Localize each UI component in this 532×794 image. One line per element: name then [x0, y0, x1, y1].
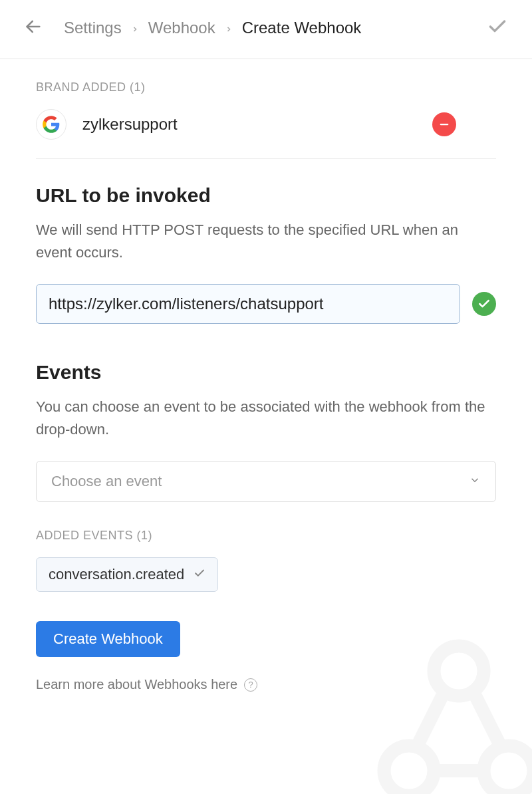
check-icon: [194, 566, 205, 583]
breadcrumb-settings[interactable]: Settings: [64, 19, 122, 37]
url-section-title: URL to be invoked: [36, 184, 496, 207]
event-select-placeholder: Choose an event: [51, 473, 162, 490]
learn-more-link[interactable]: Learn more about Webhooks here ?: [36, 677, 496, 692]
breadcrumb-webhook[interactable]: Webhook: [148, 19, 215, 37]
event-select-dropdown[interactable]: Choose an event: [36, 461, 496, 502]
chevron-right-icon: [131, 19, 139, 37]
added-events-label: ADDED EVENTS (1): [36, 529, 496, 543]
save-button[interactable]: [487, 16, 508, 40]
event-tag[interactable]: conversation.created: [36, 557, 218, 592]
brand-name: zylkersupport: [82, 115, 432, 134]
url-valid-indicator: [472, 292, 496, 316]
check-icon: [477, 297, 491, 311]
help-icon: ?: [244, 678, 257, 692]
breadcrumb-current: Create Webhook: [242, 19, 362, 37]
remove-brand-button[interactable]: [432, 112, 456, 136]
create-webhook-button[interactable]: Create Webhook: [36, 621, 180, 657]
events-section-description: You can choose an event to be associated…: [36, 396, 496, 441]
google-icon: [42, 115, 61, 134]
brand-row: zylkersupport: [36, 109, 496, 159]
chevron-down-icon: [469, 473, 481, 490]
url-input[interactable]: [36, 284, 460, 324]
chevron-right-icon: [225, 19, 233, 37]
event-tag-label: conversation.created: [49, 566, 184, 583]
learn-more-text: Learn more about Webhooks here: [36, 677, 237, 692]
events-section-title: Events: [36, 361, 496, 384]
back-button[interactable]: [24, 17, 43, 39]
brand-avatar: [36, 109, 66, 140]
breadcrumb: Settings Webhook Create Webhook: [64, 19, 487, 37]
url-section-description: We will send HTTP POST requests to the s…: [36, 219, 496, 264]
brand-added-label: BRAND ADDED (1): [36, 80, 496, 94]
minus-icon: [438, 118, 450, 130]
